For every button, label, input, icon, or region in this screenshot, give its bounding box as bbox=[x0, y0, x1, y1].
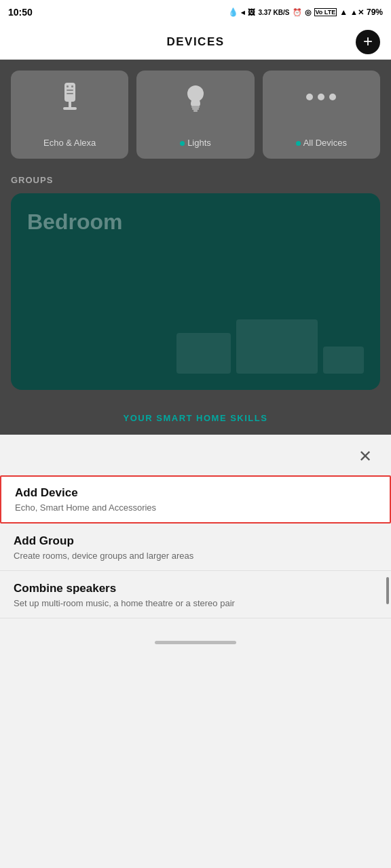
groups-section: GROUPS Bedroom bbox=[0, 164, 391, 395]
svg-rect-2 bbox=[71, 85, 73, 87]
combine-speakers-item[interactable]: Combine speakers Set up multi-room music… bbox=[0, 572, 391, 618]
add-group-item[interactable]: Add Group Create rooms, device groups an… bbox=[0, 525, 391, 571]
all-devices-dot bbox=[296, 141, 301, 146]
skills-section[interactable]: YOUR SMART HOME SKILLS bbox=[0, 395, 391, 435]
echo-alexa-label: Echo & Alexa bbox=[43, 138, 96, 148]
page-title: DEVICES bbox=[166, 35, 224, 49]
image-icon: 🖼 bbox=[248, 8, 255, 16]
svg-rect-10 bbox=[193, 110, 198, 112]
svg-rect-1 bbox=[67, 85, 69, 87]
skills-label: YOUR SMART HOME SKILLS bbox=[124, 413, 268, 423]
navigation-icon: ◂ bbox=[241, 8, 245, 17]
water-drop-icon: 💧 bbox=[228, 7, 238, 17]
category-echo-alexa[interactable]: Echo & Alexa bbox=[11, 71, 128, 159]
home-indicator bbox=[0, 632, 391, 652]
close-btn-row: ✕ bbox=[0, 435, 391, 475]
combine-speakers-subtitle: Set up multi-room music, a home theatre … bbox=[14, 598, 377, 608]
add-group-title: Add Group bbox=[14, 534, 377, 548]
page-header: DEVICES + bbox=[0, 24, 391, 60]
svg-rect-8 bbox=[191, 106, 200, 108]
add-device-title: Add Device bbox=[15, 486, 376, 500]
status-bar: 10:50 💧 ◂ 🖼 3.37 KB/S ⏰ ◎ Vo LTE ▲ ▲✕ 79… bbox=[0, 0, 391, 24]
categories-section: Echo & Alexa Lights bbox=[0, 60, 391, 164]
scrollbar-indicator bbox=[386, 577, 389, 604]
svg-point-12 bbox=[318, 94, 324, 100]
status-icons: 💧 ◂ 🖼 3.37 KB/S ⏰ ◎ Vo LTE ▲ ▲✕ 79% bbox=[228, 7, 383, 17]
svg-rect-9 bbox=[192, 108, 199, 110]
status-time: 10:50 bbox=[8, 7, 33, 18]
svg-point-11 bbox=[306, 94, 313, 100]
battery-level: 79% bbox=[367, 7, 383, 17]
add-group-subtitle: Create rooms, device groups and larger a… bbox=[14, 551, 377, 561]
target-icon: ◎ bbox=[305, 8, 312, 17]
lights-label: Lights bbox=[180, 138, 211, 148]
bedroom-label: Bedroom bbox=[27, 210, 122, 235]
groups-label: GROUPS bbox=[11, 175, 380, 185]
close-icon: ✕ bbox=[358, 447, 372, 466]
category-lights[interactable]: Lights bbox=[136, 71, 254, 159]
bedroom-decoration bbox=[176, 319, 364, 374]
more-dots-icon bbox=[304, 81, 338, 110]
bottom-sheet: ✕ Add Device Echo, Smart Home and Access… bbox=[0, 435, 391, 632]
category-all-devices[interactable]: All Devices bbox=[263, 71, 380, 159]
alarm-icon: ⏰ bbox=[293, 8, 302, 17]
echo-icon bbox=[56, 81, 83, 121]
home-bar bbox=[155, 641, 236, 644]
signal-icon: ▲✕ bbox=[350, 8, 364, 17]
svg-rect-6 bbox=[63, 107, 77, 110]
data-rate: 3.37 KB/S bbox=[258, 9, 289, 16]
plus-icon: + bbox=[363, 33, 373, 50]
svg-point-7 bbox=[187, 85, 204, 102]
add-device-subtitle: Echo, Smart Home and Accessories bbox=[15, 502, 376, 513]
svg-rect-0 bbox=[64, 83, 75, 102]
bulb-icon bbox=[182, 81, 209, 121]
bedroom-card[interactable]: Bedroom bbox=[11, 193, 380, 390]
svg-rect-4 bbox=[67, 93, 73, 94]
svg-rect-5 bbox=[69, 102, 71, 107]
add-button[interactable]: + bbox=[356, 30, 380, 54]
combine-speakers-title: Combine speakers bbox=[14, 582, 377, 595]
lte-icon: Vo LTE bbox=[314, 8, 337, 16]
wifi-icon: ▲ bbox=[339, 7, 348, 17]
main-content: Echo & Alexa Lights bbox=[0, 60, 391, 435]
svg-rect-3 bbox=[67, 90, 73, 91]
svg-point-13 bbox=[329, 94, 336, 100]
close-button[interactable]: ✕ bbox=[353, 444, 377, 469]
all-devices-label: All Devices bbox=[296, 138, 347, 148]
lights-dot bbox=[180, 141, 185, 146]
categories-row: Echo & Alexa Lights bbox=[11, 71, 380, 159]
add-device-item[interactable]: Add Device Echo, Smart Home and Accessor… bbox=[0, 475, 391, 524]
